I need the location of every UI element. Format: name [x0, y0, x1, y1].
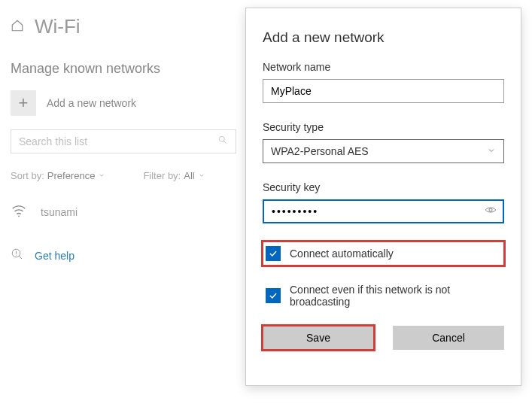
add-network-dialog: Add a new network Network name Security … [245, 8, 521, 386]
security-type-value: WPA2-Personal AES [271, 145, 369, 157]
filter-bar: Sort by: Preference Filter by: All [11, 170, 236, 181]
save-highlight: Save [263, 326, 374, 350]
connect-auto-label: Connect automatically [290, 248, 394, 260]
svg-point-1 [18, 215, 20, 217]
search-icon[interactable] [217, 135, 228, 148]
sort-dropdown[interactable]: Sort by: Preference [11, 170, 105, 181]
connect-hidden-row[interactable]: Connect even if this network is not broa… [263, 279, 504, 312]
security-type-select[interactable]: WPA2-Personal AES [263, 139, 504, 163]
filter-value: All [184, 170, 194, 181]
page-subtitle: Manage known networks [11, 61, 236, 77]
filter-label: Filter by: [143, 170, 181, 181]
connect-hidden-label: Connect even if this network is not broa… [290, 284, 501, 308]
wifi-settings-page: Wi-Fi Manage known networks + Add a new … [11, 15, 236, 264]
help-row[interactable]: Get help [11, 248, 236, 264]
security-key-wrap [263, 199, 504, 223]
security-key-label: Security key [263, 181, 504, 193]
chevron-down-icon [98, 170, 105, 181]
home-icon[interactable] [11, 19, 24, 35]
sort-value: Preference [47, 170, 96, 181]
chevron-down-icon [487, 144, 496, 158]
page-title: Wi-Fi [35, 15, 81, 38]
dialog-button-row: Save Cancel [263, 326, 504, 350]
add-network-label: Add a new network [47, 97, 136, 109]
svg-point-3 [489, 208, 492, 211]
security-key-input[interactable] [272, 205, 477, 217]
search-input[interactable] [19, 135, 217, 147]
security-type-label: Security type [263, 121, 504, 133]
connect-auto-checkbox[interactable] [266, 246, 281, 261]
sort-label: Sort by: [11, 170, 44, 181]
filter-dropdown[interactable]: Filter by: All [143, 170, 205, 181]
network-item[interactable]: tsunami [11, 202, 236, 222]
save-button[interactable]: Save [263, 326, 374, 350]
dialog-title: Add a new network [263, 29, 504, 46]
cancel-button[interactable]: Cancel [393, 326, 504, 350]
chevron-down-icon [198, 170, 205, 181]
svg-point-0 [219, 136, 224, 141]
add-network-row[interactable]: + Add a new network [11, 90, 236, 116]
plus-icon[interactable]: + [11, 90, 36, 116]
page-header: Wi-Fi [11, 15, 236, 38]
reveal-password-icon[interactable] [485, 204, 497, 219]
connect-auto-row[interactable]: Connect automatically [263, 241, 504, 266]
network-name-label: Network name [263, 61, 504, 73]
help-link[interactable]: Get help [35, 250, 74, 262]
network-name-input[interactable] [263, 79, 504, 103]
help-icon [11, 248, 24, 264]
search-box[interactable] [11, 129, 236, 153]
network-name: tsunami [41, 206, 78, 218]
connect-hidden-checkbox[interactable] [266, 288, 281, 303]
wifi-icon [11, 202, 27, 222]
